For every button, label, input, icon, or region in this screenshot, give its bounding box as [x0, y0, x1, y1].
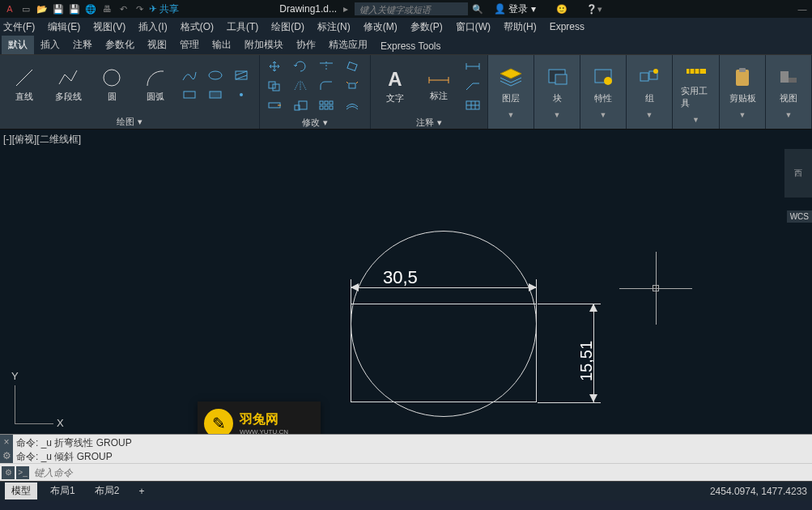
erase-icon[interactable]: [342, 58, 362, 74]
text-button[interactable]: A 文字: [376, 60, 415, 112]
hatch-icon[interactable]: [232, 67, 251, 83]
tab-manage[interactable]: 管理: [173, 36, 206, 54]
circle-button[interactable]: 圆: [92, 59, 131, 111]
tab-output[interactable]: 输出: [206, 36, 238, 54]
panel-modify: 修改 ▾: [260, 55, 371, 129]
tab-express[interactable]: Express Tools: [374, 38, 447, 54]
point-icon[interactable]: [232, 87, 251, 103]
cmd-config-icon[interactable]: ⚙: [2, 466, 15, 479]
rectangle-icon[interactable]: [180, 87, 199, 103]
stretch-icon[interactable]: [265, 97, 284, 113]
trim-icon[interactable]: [317, 58, 336, 74]
panel-block[interactable]: 块▼: [534, 55, 580, 129]
svg-line-16: [356, 82, 358, 83]
panel-layer[interactable]: 图层▼: [488, 55, 534, 129]
explode-icon[interactable]: [342, 78, 362, 94]
tab-param[interactable]: 参数化: [99, 36, 141, 54]
search-input[interactable]: 键入关键字或短语: [355, 2, 468, 15]
saveas-icon[interactable]: 💾: [68, 2, 81, 15]
panel-view[interactable]: 视图▼: [766, 55, 812, 129]
menu-file[interactable]: 文件(F): [3, 20, 35, 34]
minimize-icon[interactable]: —: [796, 2, 809, 15]
ucs-x-label: X: [57, 417, 64, 429]
tab-default[interactable]: 默认: [2, 36, 34, 54]
menu-edit[interactable]: 编辑(E): [48, 20, 80, 34]
fillet-icon[interactable]: [317, 78, 336, 94]
drawing-canvas[interactable]: [-][俯视][二维线框] 西 WCS 30,5 15,51 ✎ 羽兔网 WWW…: [0, 130, 812, 434]
panel-annotation-label: 注释: [416, 117, 434, 129]
menu-help[interactable]: 帮助(H): [504, 20, 537, 34]
tab-featured[interactable]: 精选应用: [322, 36, 374, 54]
view-label[interactable]: [-][俯视][二维线框]: [3, 133, 81, 147]
tab-model[interactable]: 模型: [5, 482, 37, 499]
drawn-rectangle[interactable]: [351, 304, 537, 402]
menu-modify[interactable]: 修改(M): [363, 20, 397, 34]
wcs-badge[interactable]: WCS: [787, 210, 812, 223]
panel-draw: 直线 多段线 圆 圆弧 绘图 ▾: [0, 55, 260, 129]
menu-draw[interactable]: 绘图(D): [271, 20, 304, 34]
tab-collab[interactable]: 协作: [290, 36, 322, 54]
cmd-handle[interactable]: ×⚙: [0, 435, 13, 463]
panel-utilities[interactable]: 实用工具▼: [673, 55, 720, 129]
print-icon[interactable]: 🖶: [100, 2, 113, 15]
region-icon[interactable]: [206, 87, 225, 103]
menu-tools[interactable]: 工具(T): [227, 20, 258, 34]
mleader-icon[interactable]: [463, 78, 483, 94]
dropdown-icon[interactable]: ▸: [343, 3, 348, 15]
rotate-icon[interactable]: [291, 58, 310, 74]
svg-rect-20: [320, 101, 323, 104]
table-icon[interactable]: [463, 97, 483, 113]
spline-icon[interactable]: [180, 67, 199, 83]
menu-param[interactable]: 参数(P): [410, 20, 443, 34]
watermark-name: 羽兔网: [240, 411, 288, 428]
leader-icon[interactable]: [463, 58, 483, 74]
tab-addon[interactable]: 附加模块: [238, 36, 290, 54]
tab-add[interactable]: +: [132, 484, 151, 499]
panel-modify-label: 修改: [302, 117, 320, 129]
close-icon[interactable]: ×: [3, 436, 9, 448]
menu-insert[interactable]: 插入(I): [138, 20, 167, 34]
menu-dimension[interactable]: 标注(N): [317, 20, 351, 34]
search-icon[interactable]: 🔍: [471, 2, 484, 15]
copy-icon[interactable]: [265, 78, 284, 94]
tab-layout1[interactable]: 布局1: [44, 482, 82, 499]
menu-format[interactable]: 格式(O): [181, 20, 214, 34]
undo-icon[interactable]: ↶: [117, 2, 130, 15]
autodesk-icon[interactable]: 🙂: [555, 2, 568, 15]
tab-insert[interactable]: 插入: [34, 36, 66, 54]
scale-icon[interactable]: [291, 97, 310, 113]
layer-icon: [496, 65, 525, 89]
share-button[interactable]: ✈ 共享: [149, 2, 179, 16]
tab-layout2[interactable]: 布局2: [88, 482, 126, 499]
menu-express[interactable]: Express: [550, 21, 585, 32]
panel-properties[interactable]: 特性▼: [580, 55, 627, 129]
svg-point-1: [104, 70, 120, 86]
help-icon[interactable]: ❔▾: [588, 2, 601, 15]
tab-annotate[interactable]: 注释: [66, 36, 99, 54]
move-icon[interactable]: [265, 58, 284, 74]
new-icon[interactable]: ▭: [19, 2, 32, 15]
menu-window[interactable]: 窗口(W): [456, 20, 491, 34]
tab-view[interactable]: 视图: [141, 36, 173, 54]
ellipse-icon[interactable]: [206, 67, 225, 83]
command-input[interactable]: [34, 467, 807, 478]
mirror-icon[interactable]: [291, 78, 310, 94]
login-button[interactable]: 👤 登录 ▾: [494, 2, 536, 16]
panel-clipboard[interactable]: 剪贴板▼: [720, 55, 766, 129]
arc-button[interactable]: 圆弧: [136, 59, 175, 111]
settings-icon[interactable]: ⚙: [2, 450, 11, 461]
dimension-button[interactable]: 标注: [419, 60, 458, 112]
menu-view[interactable]: 视图(V): [93, 20, 125, 34]
nav-cube[interactable]: 西: [784, 149, 812, 198]
web-icon[interactable]: 🌐: [84, 2, 97, 15]
line-icon: [13, 66, 36, 89]
offset-icon[interactable]: [342, 97, 362, 113]
array-icon[interactable]: [317, 97, 336, 113]
redo-icon[interactable]: ↷: [133, 2, 146, 15]
circle-icon: [100, 66, 123, 89]
polyline-button[interactable]: 多段线: [49, 59, 87, 111]
panel-group[interactable]: 组▼: [627, 55, 673, 129]
save-icon[interactable]: 💾: [52, 2, 65, 15]
open-icon[interactable]: 📂: [36, 2, 49, 15]
line-button[interactable]: 直线: [5, 59, 44, 111]
